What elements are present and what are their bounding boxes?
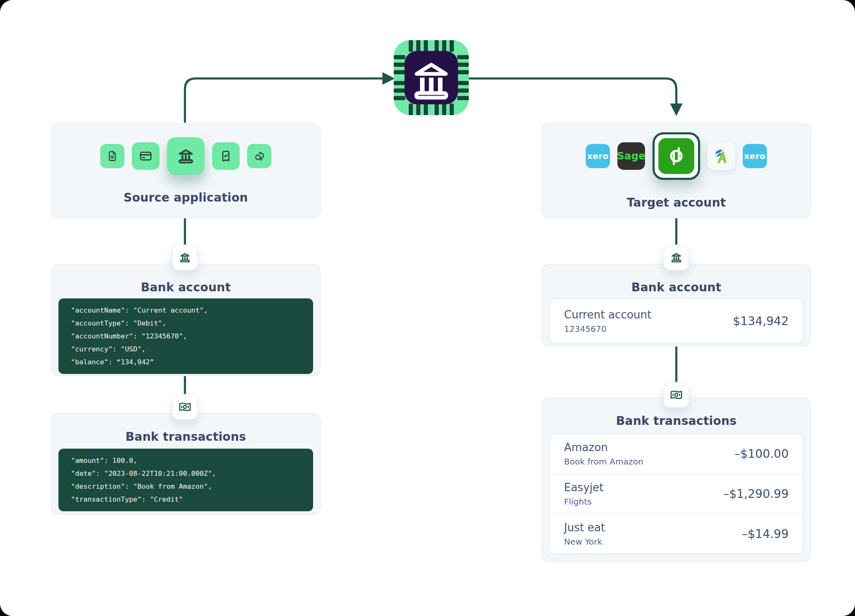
banknote-icon-badge [172, 394, 198, 420]
code-line: "balance": “134,942” [71, 356, 301, 369]
source-panel-title: Source application [124, 191, 248, 204]
quickbooks-logo [658, 138, 694, 174]
xero-app-icon: xero [743, 144, 767, 168]
transaction-row: Easyjet Flights –$1,290.99 [550, 475, 803, 515]
bank-account-code-block: "accountName": "Current account", "accou… [58, 298, 313, 374]
bank-account-title: Bank account [542, 280, 810, 294]
diagram-canvas: Source application xero Sage [0, 0, 855, 616]
bank-icon-badge [663, 245, 689, 270]
current-account-row: Current account 12345670 $134,942 [549, 298, 804, 344]
code-line: "accountType": "Debit", [71, 317, 301, 330]
account-balance: $134,942 [733, 314, 789, 328]
target-account-panel: xero Sage [541, 123, 811, 218]
credit-card-icon [132, 142, 159, 170]
arrowhead-right [382, 72, 395, 85]
transaction-row: Amazon Book from Amazon –$100.00 [550, 434, 803, 475]
bank-chip-icon [394, 40, 469, 115]
transaction-amount: –$100.00 [734, 447, 789, 461]
transaction-description: Flights [564, 497, 604, 507]
target-bank-account-card: Bank account Current account 12345670 $1… [541, 264, 811, 346]
transaction-amount: –$14.99 [742, 527, 789, 541]
transaction-name: Easyjet [564, 481, 604, 494]
bank-transactions-code-block: "amount": 100.0, "date": "2023-08-22T10:… [58, 449, 313, 511]
source-bank-transactions-card: Bank transactions "amount": 100.0, "date… [51, 413, 321, 515]
target-bank-transactions-card: Bank transactions Amazon Book from Amazo… [541, 397, 811, 562]
transactions-list: Amazon Book from Amazon –$100.00 Easyjet… [549, 434, 804, 554]
bank-icon-badge [172, 245, 198, 270]
sage-app-icon: Sage [617, 142, 645, 170]
xero-app-icon: xero [586, 144, 610, 168]
arrow-hub-to-target [469, 78, 676, 104]
transaction-description: Book from Amazon [564, 457, 643, 467]
transaction-amount: –$1,290.99 [723, 487, 789, 501]
source-icon-row [100, 137, 271, 175]
account-number: 12345670 [564, 324, 652, 334]
transaction-name: Amazon [564, 441, 643, 454]
bank-transactions-title: Bank transactions [542, 414, 810, 428]
target-panel-title: Target account [627, 196, 726, 210]
transaction-name: Just eat [564, 521, 605, 534]
code-line: "description": "Book from Amazon", [71, 480, 301, 493]
transaction-description: New York [564, 537, 605, 547]
quickbooks-app-icon-selected [653, 132, 700, 180]
code-line: "currency": "USD", [71, 343, 301, 356]
source-bank-account-card: Bank account "accountName": "Current acc… [51, 264, 321, 376]
document-icon [100, 144, 124, 168]
bank-transactions-title: Bank transactions [52, 430, 320, 444]
receipt-check-icon [212, 142, 240, 170]
code-line: "accountNumber": "12345670", [71, 330, 301, 343]
code-line: "accountName": "Current account", [71, 304, 301, 317]
arrow-source-to-hub [185, 78, 382, 122]
transaction-row: Just eat New York –$14.99 [550, 514, 803, 553]
code-line: "date": "2023-08-22T10:21:00.000Z", [71, 467, 301, 480]
account-name: Current account [564, 308, 652, 321]
code-line: "transactionType": "Credit" [71, 493, 301, 506]
bank-account-title: Bank account [52, 280, 320, 294]
banknote-icon-badge [663, 382, 689, 408]
code-line: "amount": 100.0, [71, 454, 301, 467]
freeagent-app-icon [708, 142, 735, 170]
arrowhead-down [670, 104, 683, 116]
target-app-row: xero Sage [586, 132, 767, 180]
source-application-panel: Source application [51, 123, 321, 218]
xero-label: xero [744, 151, 765, 161]
sync-icon [247, 144, 271, 168]
sage-label: Sage [617, 150, 645, 162]
xero-label: xero [587, 151, 608, 161]
bank-icon [167, 137, 205, 175]
